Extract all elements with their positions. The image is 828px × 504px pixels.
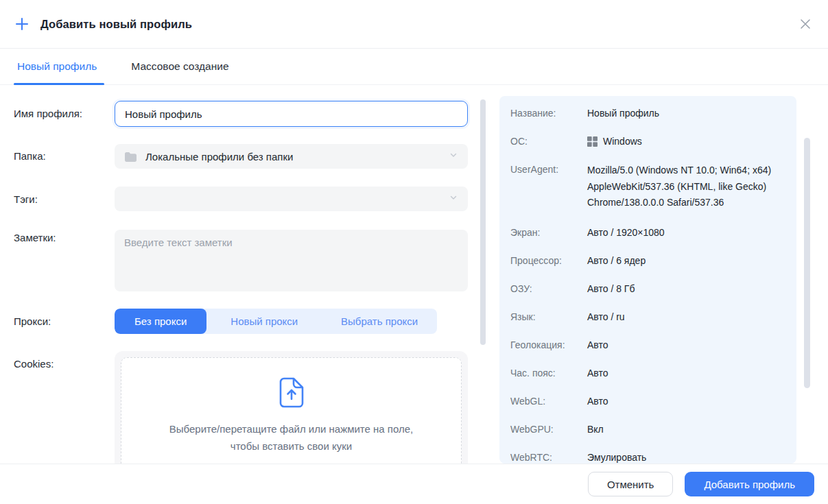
folder-label: Папка: xyxy=(14,150,46,163)
cancel-button[interactable]: Отменить xyxy=(588,472,674,496)
windows-logo-icon xyxy=(587,136,598,147)
profile-name-label: Имя профиля: xyxy=(14,108,82,120)
cookies-dropzone-text: Выберите/перетащите файл или нажмите на … xyxy=(165,420,418,455)
form-scrollbar-thumb[interactable] xyxy=(480,99,486,345)
notes-textarea[interactable] xyxy=(115,230,468,291)
dialog-title: Добавить новый профиль xyxy=(40,18,192,31)
add-profile-dialog: Добавить новый профиль Новый профиль Мас… xyxy=(0,0,828,504)
dialog-footer: Отменить Добавить профиль xyxy=(0,464,828,504)
summary-row-screen: Экран: Авто / 1920×1080 xyxy=(510,226,785,239)
folder-select[interactable]: Локальные профили без папки xyxy=(115,144,468,169)
summary-row-webgpu: WebGPU: Вкл xyxy=(510,422,785,436)
summary-row-language: Язык: Авто / ru xyxy=(510,310,785,324)
proxy-option-new[interactable]: Новый прокси xyxy=(206,309,322,334)
folder-select-value: Локальные профили без папки xyxy=(145,151,293,163)
summary-row-cpu: Процессор: Авто / 6 ядер xyxy=(510,254,785,267)
cookies-label: Cookies: xyxy=(14,358,54,370)
profile-summary-panel: Название: Новый профиль ОС: Windows User… xyxy=(499,96,796,464)
proxy-label: Прокси: xyxy=(14,315,51,328)
chevron-down-icon xyxy=(449,193,458,205)
summary-row-ram: ОЗУ: Авто / 8 Гб xyxy=(510,282,785,296)
notes-label: Заметки: xyxy=(14,232,56,244)
chevron-down-icon xyxy=(449,150,458,163)
summary-row-webgl: WebGL: Авто xyxy=(510,394,785,408)
close-icon[interactable] xyxy=(796,15,814,33)
tags-select[interactable] xyxy=(115,187,468,211)
profile-form: Имя профиля: Папка: Локальные профили бе… xyxy=(0,85,488,464)
summary-row-useragent: UserAgent: Mozilla/5.0 (Windows NT 10.0;… xyxy=(510,163,785,211)
dialog-tabs: Новый профиль Массовое создание xyxy=(0,49,828,85)
summary-row-timezone: Час. пояс: Авто xyxy=(510,366,785,380)
dialog-header: Добавить новый профиль xyxy=(0,0,828,49)
summary-os-value: Windows xyxy=(603,134,642,148)
cookies-dropzone[interactable]: Выберите/перетащите файл или нажмите на … xyxy=(121,357,462,464)
tags-label: Тэги: xyxy=(14,193,38,206)
summary-row-name: Название: Новый профиль xyxy=(510,106,785,120)
proxy-segmented-control: Без прокси Новый прокси Выбрать прокси xyxy=(115,309,437,334)
add-profile-button[interactable]: Добавить профиль xyxy=(685,472,814,496)
tab-new-profile[interactable]: Новый профиль xyxy=(14,49,100,84)
file-upload-icon xyxy=(279,377,304,411)
proxy-option-choose[interactable]: Выбрать прокси xyxy=(322,309,437,334)
summary-row-os: ОС: Windows xyxy=(510,134,785,148)
proxy-option-none[interactable]: Без прокси xyxy=(115,309,206,334)
cookies-container: Выберите/перетащите файл или нажмите на … xyxy=(115,351,468,464)
summary-row-webrtc: WebRTC: Эмулировать xyxy=(510,451,785,464)
folder-icon xyxy=(124,152,137,162)
summary-row-geolocation: Геолокация: Авто xyxy=(510,338,785,352)
plus-icon xyxy=(14,16,30,32)
profile-name-input[interactable] xyxy=(115,101,468,127)
summary-scrollbar-thumb[interactable] xyxy=(804,138,810,388)
tab-bulk-create[interactable]: Массовое создание xyxy=(128,49,232,84)
